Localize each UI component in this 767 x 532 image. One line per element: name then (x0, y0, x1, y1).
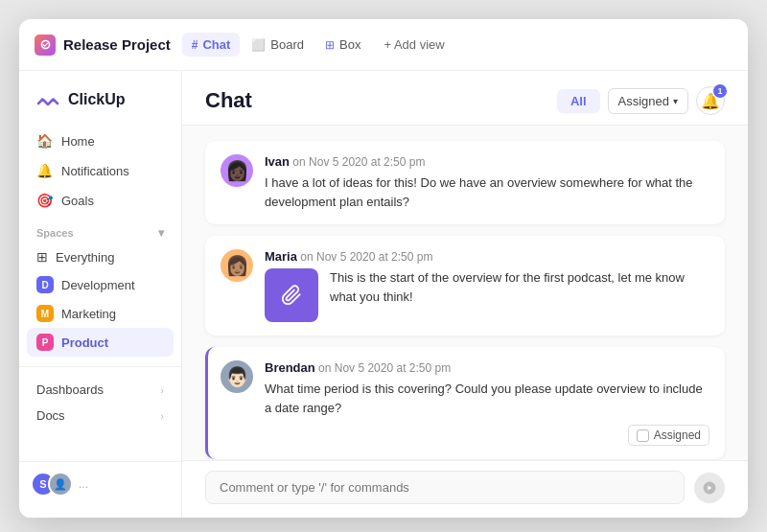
chat-tab-icon: # (192, 38, 198, 52)
paperclip-icon (281, 285, 302, 306)
sidebar-item-notifications-label: Notifications (61, 164, 129, 178)
sidebar: ClickUp 🏠 Home 🔔 Notifications 🎯 Goals S… (19, 71, 182, 518)
message-brendan-body: Brendan on Nov 5 2020 at 2:50 pm What ti… (265, 360, 709, 446)
message-ivan-body: Ivan on Nov 5 2020 at 2:50 pm I have a l… (265, 154, 709, 211)
user-avatar-stack: S 👤 (31, 472, 73, 497)
tab-box[interactable]: ⊞ Box (315, 33, 370, 57)
sidebar-item-development[interactable]: D Development (27, 270, 174, 299)
filter-all-button[interactable]: All (557, 89, 600, 113)
board-tab-label: Board (270, 37, 304, 52)
top-bar: Release Project # Chat ⬜ Board ⊞ Box + A… (19, 19, 748, 71)
add-view-button[interactable]: + Add view (376, 33, 452, 57)
project-icon (35, 35, 56, 56)
sidebar-item-everything-label: Everything (56, 250, 114, 265)
docs-arrow-icon: › (160, 410, 164, 422)
sidebar-item-goals-label: Goals (61, 194, 94, 208)
sidebar-item-home-label: Home (61, 134, 95, 149)
spaces-collapse-icon[interactable]: ▾ (158, 226, 164, 240)
message-maria-meta: Maria on Nov 5 2020 at 2:50 pm (265, 249, 709, 264)
content-title: Chat (205, 88, 252, 113)
product-dot: P (36, 334, 54, 351)
message-ivan-text: I have a lot of ideas for this! Do we ha… (265, 173, 709, 211)
content-header: Chat All Assigned ▾ 🔔 1 (182, 71, 748, 126)
home-icon: 🏠 (36, 133, 53, 149)
marketing-dot: M (36, 305, 54, 322)
docs-label: Docs (36, 408, 65, 423)
message-maria-text: This is the start of the overview for th… (330, 268, 709, 306)
main-layout: ClickUp 🏠 Home 🔔 Notifications 🎯 Goals S… (19, 71, 748, 518)
filter-row: All Assigned ▾ 🔔 1 (557, 86, 725, 115)
logo-text: ClickUp (68, 91, 126, 108)
goals-icon: 🎯 (36, 193, 53, 208)
assigned-checkbox-icon (637, 429, 649, 442)
notification-badge: 1 (713, 84, 727, 98)
notifications-icon: 🔔 (36, 163, 53, 178)
message-maria-author: Maria (265, 249, 297, 264)
sidebar-item-goals[interactable]: 🎯 Goals (27, 186, 174, 215)
message-brendan-assigned-row: Assigned (265, 425, 709, 446)
spaces-section-label: Spaces ▾ (19, 215, 181, 243)
send-icon (702, 480, 717, 496)
sidebar-nav: 🏠 Home 🔔 Notifications 🎯 Goals (19, 127, 181, 215)
assigned-badge-label: Assigned (654, 428, 701, 442)
dashboards-arrow-icon: › (160, 384, 164, 396)
sidebar-item-dashboards[interactable]: Dashboards › (27, 377, 174, 403)
development-dot: D (36, 276, 54, 293)
attachment-thumb (265, 268, 318, 322)
message-ivan-meta: Ivan on Nov 5 2020 at 2:50 pm (265, 154, 709, 169)
board-tab-icon: ⬜ (251, 38, 266, 52)
message-maria-body: Maria on Nov 5 2020 at 2:50 pm This is t… (265, 249, 709, 322)
content-area: Chat All Assigned ▾ 🔔 1 👩🏿 (182, 71, 748, 518)
tab-board[interactable]: ⬜ Board (242, 33, 314, 57)
message-maria: 👩🏽 Maria on Nov 5 2020 at 2:50 pm (205, 236, 725, 335)
comment-input-area (182, 460, 748, 518)
sidebar-item-marketing-label: Marketing (61, 307, 116, 321)
sidebar-item-development-label: Development (61, 278, 135, 292)
sidebar-item-docs[interactable]: Docs › (27, 403, 174, 428)
message-brendan-timestamp: on Nov 5 2020 at 2:50 pm (318, 361, 451, 375)
sidebar-item-home[interactable]: 🏠 Home (27, 127, 174, 155)
chevron-down-icon: ▾ (673, 96, 678, 106)
box-tab-icon: ⊞ (325, 38, 335, 52)
comment-input[interactable] (205, 471, 685, 504)
avatar-maria: 👩🏽 (221, 249, 253, 282)
message-ivan: 👩🏿 Ivan on Nov 5 2020 at 2:50 pm I have … (205, 141, 725, 224)
message-brendan-meta: Brendan on Nov 5 2020 at 2:50 pm (265, 360, 709, 375)
message-ivan-timestamp: on Nov 5 2020 at 2:50 pm (292, 155, 425, 169)
top-bar-tabs: # Chat ⬜ Board ⊞ Box (182, 33, 371, 57)
messages-area: 👩🏿 Ivan on Nov 5 2020 at 2:50 pm I have … (182, 126, 748, 460)
notification-bell-button[interactable]: 🔔 1 (696, 86, 725, 115)
sidebar-item-product-label: Product (61, 335, 108, 350)
app-window: Release Project # Chat ⬜ Board ⊞ Box + A… (19, 19, 748, 518)
everything-icon: ⊞ (36, 249, 48, 265)
message-brendan: 👨🏻 Brendan on Nov 5 2020 at 2:50 pm What… (205, 347, 725, 459)
sidebar-bottom: S 👤 ... (19, 461, 181, 506)
sidebar-item-marketing[interactable]: M Marketing (27, 299, 174, 328)
clickup-logo-icon (35, 86, 61, 113)
send-button[interactable] (694, 473, 725, 503)
project-name: Release Project (63, 36, 171, 53)
sidebar-logo: ClickUp (19, 82, 181, 127)
chat-tab-label: Chat (202, 37, 230, 52)
message-maria-attachment: This is the start of the overview for th… (265, 268, 709, 322)
message-ivan-author: Ivan (265, 154, 290, 169)
tab-chat[interactable]: # Chat (182, 33, 241, 57)
avatar-ivan: 👩🏿 (221, 154, 253, 187)
top-bar-left: Release Project (35, 35, 171, 56)
assigned-badge-brendan[interactable]: Assigned (628, 425, 709, 446)
avatar-brendan: 👨🏻 (221, 360, 253, 393)
avatar-secondary: 👤 (48, 472, 73, 497)
sidebar-item-product[interactable]: P Product (27, 328, 174, 357)
user-dot-label: ... (79, 477, 88, 491)
filter-assigned-select[interactable]: Assigned ▾ (608, 88, 688, 114)
box-tab-label: Box (339, 37, 360, 52)
sidebar-item-notifications[interactable]: 🔔 Notifications (27, 156, 174, 185)
message-brendan-author: Brendan (265, 360, 315, 375)
message-brendan-text: What time period is this covering? Could… (265, 380, 709, 417)
dashboards-label: Dashboards (36, 382, 104, 397)
add-view-label: + Add view (384, 37, 444, 52)
user-row: S 👤 ... (31, 472, 170, 497)
sidebar-item-everything[interactable]: ⊞ Everything (27, 243, 174, 270)
sidebar-divider-1 (19, 366, 181, 367)
message-maria-timestamp: on Nov 5 2020 at 2:50 pm (300, 250, 432, 264)
